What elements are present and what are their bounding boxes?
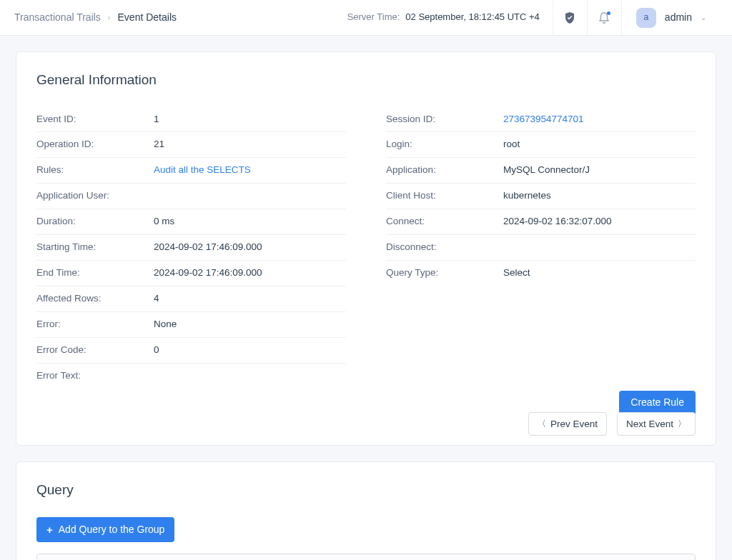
- next-event-label: Next Event: [626, 419, 673, 429]
- info-row: Client Host:kubernetes: [386, 184, 696, 209]
- info-value: 2024-09-02 16:32:07.000: [503, 215, 612, 229]
- info-row: Login:root: [386, 132, 696, 158]
- info-value: 1: [154, 113, 159, 126]
- breadcrumb-current: Event Details: [118, 11, 177, 25]
- info-label: Query Type:: [386, 266, 503, 280]
- shield-check-icon[interactable]: [553, 0, 587, 36]
- info-label: Application User:: [36, 189, 154, 203]
- info-row: End Time:2024-09-02 17:46:09.000: [36, 261, 346, 286]
- info-row: Starting Time:2024-09-02 17:46:09.000: [36, 235, 346, 261]
- info-value: Select: [503, 266, 530, 280]
- info-label: Error:: [36, 318, 154, 331]
- info-value: 0 ms: [154, 215, 174, 229]
- create-rule-button[interactable]: Create Rule: [619, 391, 696, 414]
- user-name: admin: [665, 11, 692, 25]
- info-value: None: [154, 318, 177, 331]
- info-value: MySQL Connector/J: [503, 164, 590, 177]
- general-info-title: General Information: [36, 71, 696, 90]
- info-label: Client Host:: [386, 189, 503, 203]
- info-row: Affected Rows:4: [36, 286, 346, 312]
- info-row: Application:MySQL Connector/J: [386, 158, 696, 184]
- info-row: Error:None: [36, 312, 346, 338]
- plus-icon: +: [46, 524, 53, 536]
- info-row: Duration:0 ms: [36, 209, 346, 235]
- info-label: Starting Time:: [36, 241, 154, 254]
- info-label: Disconnect:: [386, 241, 503, 254]
- query-title: Query: [36, 481, 696, 500]
- chevron-right-icon: ›: [108, 12, 111, 23]
- info-value: root: [503, 138, 520, 151]
- info-value[interactable]: 273673954774701: [503, 113, 584, 126]
- info-label: Session ID:: [386, 113, 503, 126]
- info-value: 2024-09-02 17:46:09.000: [154, 241, 262, 254]
- chevron-down-icon: ⌄: [701, 13, 706, 23]
- info-row: Rules:Audit all the SELECTS: [36, 158, 346, 184]
- info-label: Application:: [386, 164, 503, 177]
- prev-event-label: Prev Event: [550, 419, 598, 429]
- info-label: Error Text:: [36, 369, 154, 383]
- general-info-card: General Information Event ID:1Operation …: [16, 51, 716, 446]
- info-row: Disconnect:: [386, 235, 696, 261]
- add-query-button[interactable]: + Add Query to the Group: [36, 517, 174, 542]
- user-menu[interactable]: a admin ⌄: [621, 0, 718, 36]
- add-query-label: Add Query to the Group: [59, 524, 165, 535]
- info-label: Affected Rows:: [36, 292, 154, 306]
- avatar: a: [636, 8, 656, 28]
- info-row: Error Code:0: [36, 338, 346, 364]
- info-value: kubernetes: [503, 189, 551, 203]
- info-label: Rules:: [36, 164, 154, 177]
- server-time-value: 02 September, 18:12:45 UTC +4: [405, 11, 540, 24]
- info-row: Session ID:273673954774701: [386, 107, 696, 133]
- info-label: Login:: [386, 138, 503, 151]
- prev-event-button[interactable]: 〈 Prev Event: [528, 412, 607, 436]
- info-row: Operation ID:21: [36, 132, 346, 158]
- info-value: 0: [154, 344, 159, 357]
- query-text: /* ApplicationName=DBeaver 24.1.5 - SQLE…: [36, 554, 696, 560]
- info-row: Query Type:Select: [386, 261, 696, 286]
- info-label: Error Code:: [36, 344, 154, 357]
- next-event-button[interactable]: Next Event 〉: [617, 412, 696, 436]
- info-row: Error Text:: [36, 364, 346, 389]
- bell-icon[interactable]: [587, 0, 621, 36]
- breadcrumb-root[interactable]: Transactional Trails: [14, 11, 101, 25]
- breadcrumb: Transactional Trails › Event Details: [14, 11, 177, 25]
- info-row: Application User:: [36, 184, 346, 209]
- info-value[interactable]: Audit all the SELECTS: [154, 164, 251, 177]
- info-label: Duration:: [36, 215, 154, 229]
- info-label: End Time:: [36, 266, 154, 280]
- chevron-left-icon: 〈: [538, 418, 546, 430]
- chevron-right-icon: 〉: [678, 418, 686, 430]
- info-row: Event ID:1: [36, 107, 346, 133]
- info-label: Event ID:: [36, 113, 154, 126]
- info-label: Operation ID:: [36, 138, 154, 151]
- info-value: 4: [154, 292, 159, 306]
- server-time-label: Server Time:: [347, 11, 400, 24]
- info-value: 2024-09-02 17:46:09.000: [154, 266, 262, 280]
- notification-dot-icon: [607, 11, 610, 15]
- info-value: 21: [154, 138, 164, 151]
- query-card: Query + Add Query to the Group /* Applic…: [16, 461, 716, 560]
- info-label: Connect:: [386, 215, 503, 229]
- info-row: Connect:2024-09-02 16:32:07.000: [386, 209, 696, 235]
